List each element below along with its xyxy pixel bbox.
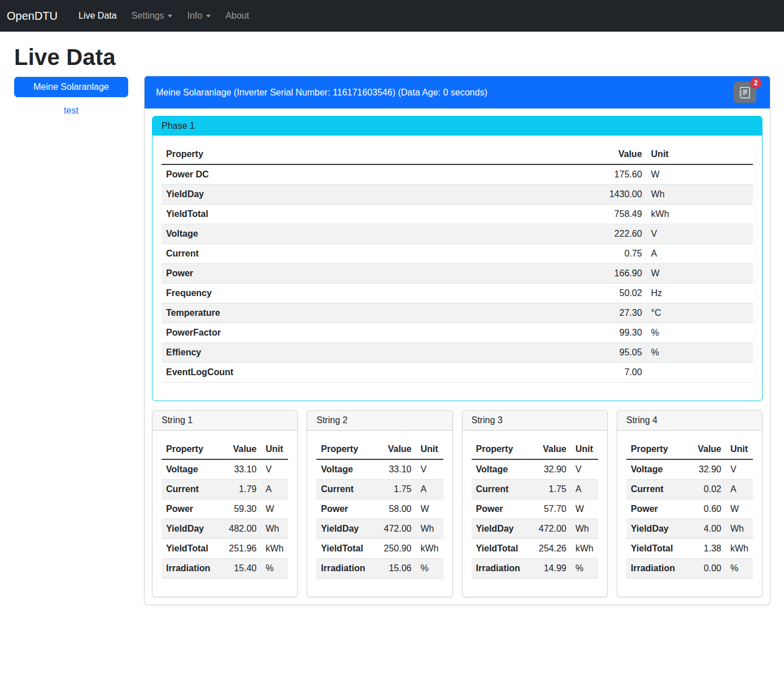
col-unit: Unit <box>571 440 598 459</box>
unit-cell: W <box>571 499 598 519</box>
journal-text-icon <box>739 87 751 98</box>
property-cell: YieldTotal <box>162 205 576 224</box>
table-row: Irradiation 15.40 % <box>162 559 288 579</box>
unit-cell: % <box>647 343 753 363</box>
unit-cell: W <box>261 499 288 519</box>
value-cell: 0.00 <box>684 559 726 579</box>
property-cell: Frequency <box>162 284 576 303</box>
unit-cell: °C <box>647 303 753 323</box>
nav-settings-label: Settings <box>132 11 164 21</box>
col-unit: Unit <box>647 145 753 164</box>
inverter-header-title: Meine Solaranlage (Inverter Serial Numbe… <box>156 88 487 98</box>
value-cell: 59.30 <box>219 499 261 519</box>
property-cell: PowerFactor <box>162 323 576 343</box>
unit-cell: V <box>647 224 753 244</box>
unit-cell: A <box>416 480 443 499</box>
property-cell: Voltage <box>626 459 684 480</box>
property-cell: Power <box>162 499 219 519</box>
value-cell: 472.00 <box>374 519 416 539</box>
value-cell: 58.00 <box>374 499 416 519</box>
unit-cell: kWh <box>261 539 288 559</box>
unit-cell: % <box>726 559 753 579</box>
nav-info[interactable]: Info <box>180 6 218 25</box>
value-cell: 0.02 <box>684 480 726 499</box>
inverter-select-button[interactable]: Meine Solaranlage <box>14 77 128 97</box>
unit-cell: V <box>726 459 753 480</box>
navbar: OpenDTU Live Data Settings Info About <box>0 0 784 32</box>
property-cell: Current <box>162 480 219 499</box>
value-cell: 15.06 <box>374 559 416 579</box>
table-row: YieldTotal 1.38 kWh <box>626 539 753 559</box>
table-row: Voltage 222.60 V <box>162 224 753 244</box>
value-cell: 32.90 <box>684 459 726 480</box>
property-cell: Effiency <box>162 343 576 363</box>
value-cell: 1.75 <box>529 480 571 499</box>
unit-cell: A <box>726 480 753 499</box>
sidebar-link-test[interactable]: test <box>14 106 128 116</box>
property-cell: YieldDay <box>162 185 576 205</box>
unit-cell: % <box>261 559 288 579</box>
unit-cell: % <box>416 559 443 579</box>
string-3-table: Property Value Unit Voltage <box>472 440 598 579</box>
col-property: Property <box>626 440 684 459</box>
unit-cell: Wh <box>571 519 598 539</box>
col-value: Value <box>374 440 416 459</box>
phase-card: Phase 1 Property Value Unit <box>152 116 763 401</box>
unit-cell: Wh <box>726 519 753 539</box>
property-cell: Power <box>162 264 576 284</box>
inverter-card: Meine Solaranlage (Inverter Serial Numbe… <box>144 76 770 605</box>
string-card-4: String 4 Property Value Unit <box>617 410 763 597</box>
nav-settings[interactable]: Settings <box>124 6 180 25</box>
value-cell: 1.38 <box>684 539 726 559</box>
eventlog-badge: 2 <box>750 77 761 89</box>
string-1-title: String 1 <box>153 411 297 431</box>
value-cell: 33.10 <box>374 459 416 480</box>
property-cell: Current <box>316 480 374 499</box>
value-cell: 57.70 <box>529 499 571 519</box>
string-3-title: String 3 <box>463 411 607 431</box>
table-row: Power 0.60 W <box>626 499 753 519</box>
table-row: PowerFactor 99.30 % <box>162 323 753 343</box>
col-unit: Unit <box>261 440 288 459</box>
unit-cell: kWh <box>571 539 598 559</box>
unit-cell: Hz <box>647 284 753 303</box>
value-cell: 472.00 <box>529 519 571 539</box>
value-cell: 1.79 <box>219 480 261 499</box>
property-cell: Current <box>472 480 529 499</box>
property-cell: Power DC <box>162 164 576 185</box>
unit-cell: Wh <box>416 519 443 539</box>
property-cell: Current <box>626 480 684 499</box>
nav-live-data[interactable]: Live Data <box>71 6 124 25</box>
table-row: YieldDay 472.00 Wh <box>472 519 598 539</box>
brand[interactable]: OpenDTU <box>7 10 58 23</box>
table-row: Irradiation 14.99 % <box>472 559 598 579</box>
eventlog-button[interactable]: 2 <box>734 82 756 103</box>
string-4-table: Property Value Unit Voltage <box>626 440 753 579</box>
string-2-title: String 2 <box>307 411 452 431</box>
property-cell: YieldTotal <box>472 539 529 559</box>
phase-title: Phase 1 <box>153 116 762 136</box>
value-cell: 14.99 <box>529 559 571 579</box>
unit-cell: W <box>647 264 753 284</box>
value-cell: 15.40 <box>219 559 261 579</box>
nav-about[interactable]: About <box>218 6 256 25</box>
table-row: Irradiation 15.06 % <box>316 559 443 579</box>
property-cell: Voltage <box>472 459 529 480</box>
value-cell: 1.75 <box>374 480 416 499</box>
property-cell: Voltage <box>162 459 219 480</box>
property-cell: Voltage <box>316 459 374 480</box>
table-row: Power 58.00 W <box>316 499 443 519</box>
value-cell: 222.60 <box>576 224 647 244</box>
col-unit: Unit <box>726 440 753 459</box>
table-row: YieldTotal 758.49 kWh <box>162 205 753 224</box>
property-cell: Irradiation <box>162 559 219 579</box>
value-cell: 33.10 <box>219 459 261 480</box>
table-row: Voltage 32.90 V <box>472 459 598 480</box>
property-cell: YieldTotal <box>316 539 374 559</box>
unit-cell <box>647 363 753 383</box>
property-cell: YieldTotal <box>162 539 219 559</box>
unit-cell: V <box>261 459 288 480</box>
table-row: Power 59.30 W <box>162 499 288 519</box>
unit-cell: A <box>261 480 288 499</box>
col-property: Property <box>162 145 576 164</box>
